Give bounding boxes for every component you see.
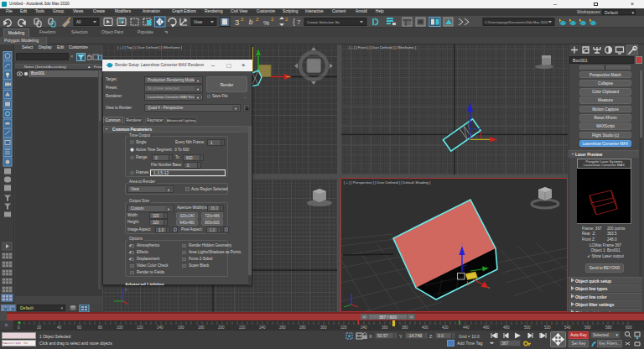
svg-text:z: z <box>125 287 127 292</box>
svg-text:7: 7 <box>297 18 301 26</box>
svg-text:C:\Users\pango\Documents\3ds M: C:\Users\pango\Documents\3ds Max 2020 <box>485 19 548 23</box>
svg-text:{: { <box>293 18 295 26</box>
svg-text:x: x <box>488 285 490 289</box>
svg-text:View: View <box>194 20 203 24</box>
svg-text:2: 2 <box>285 17 288 22</box>
svg-text:2: 2 <box>241 17 244 22</box>
svg-text:All: All <box>76 20 80 24</box>
svg-text:2: 2 <box>271 17 274 22</box>
svg-text:z: z <box>460 242 462 246</box>
svg-text:Create Selection Se: Create Selection Se <box>307 19 340 23</box>
svg-text:2: 2 <box>256 17 259 22</box>
svg-text:3: 3 <box>235 17 239 26</box>
svg-text:%: % <box>263 18 269 26</box>
svg-text:b: b <box>248 18 253 26</box>
